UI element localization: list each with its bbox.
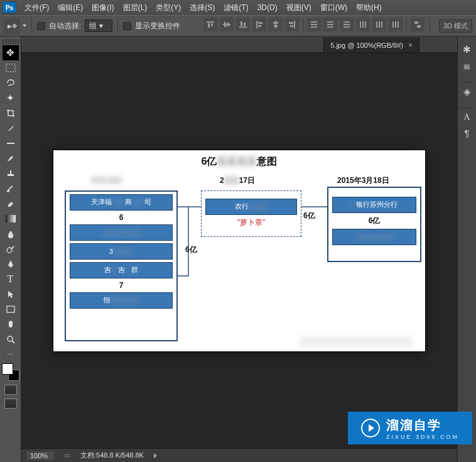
gradient-tool-icon[interactable] [3, 211, 19, 226]
distribute-top-icon[interactable] [307, 18, 321, 31]
distribute-bottom-icon[interactable] [340, 18, 354, 31]
menu-layer[interactable]: 图层(L) [119, 3, 152, 13]
quickmask-toggle-icon[interactable] [4, 385, 17, 395]
statusbar-flyout-icon[interactable] [154, 453, 157, 458]
move-tool-icon[interactable]: ✥ [3, 45, 19, 60]
menu-edit[interactable]: 编辑(E) [53, 3, 87, 13]
distribute-right-icon[interactable] [389, 18, 403, 31]
dodge-tool-icon[interactable] [3, 241, 19, 256]
edit-toolbar-icon[interactable]: ⋯ [3, 347, 19, 362]
svg-rect-13 [273, 22, 278, 24]
show-transform-checkbox[interactable] [123, 22, 131, 30]
mode-3d-button[interactable]: 3D 模式 [439, 19, 472, 33]
crop-tool-icon[interactable] [3, 106, 19, 121]
menu-view[interactable]: 视图(V) [282, 3, 316, 13]
svg-rect-19 [311, 24, 317, 25]
magic-wand-tool-icon[interactable]: ✦ [3, 91, 19, 106]
svg-rect-7 [241, 21, 242, 26]
menu-bar: Ps 文件(F) 编辑(E) 图像(I) 图层(L) 类型(Y) 选择(S) 滤… [0, 0, 476, 15]
svg-rect-9 [256, 21, 257, 28]
cube-3d-panel-icon[interactable]: ◈ [463, 86, 471, 97]
move-tool-preset-icon[interactable]: ▸✥ [4, 18, 20, 34]
svg-rect-20 [311, 26, 317, 28]
svg-rect-3 [223, 24, 230, 25]
play-icon [361, 419, 380, 437]
align-bottom-icon[interactable] [236, 18, 250, 31]
menu-file[interactable]: 文件(F) [20, 3, 53, 13]
rectangle-tool-icon[interactable] [3, 302, 19, 317]
auto-select-checkbox[interactable] [37, 22, 45, 30]
svg-point-47 [8, 336, 13, 341]
navigator-panel-icon[interactable]: ✱ [463, 44, 471, 55]
menu-help[interactable]: 帮助(H) [352, 3, 386, 13]
menu-type[interactable]: 类型(Y) [151, 3, 185, 13]
lasso-tool-icon[interactable] [3, 75, 19, 91]
workspace: 5.jpg @ 100%(RGB/8#) × 6亿某某某某意图 年月16日 2某… [21, 36, 457, 462]
svg-rect-0 [207, 21, 214, 23]
document-tab-title: 5.jpg @ 100%(RGB/8#) [330, 41, 403, 49]
align-right-icon[interactable] [285, 18, 299, 31]
svg-rect-14 [274, 25, 278, 27]
screenmode-toggle-icon[interactable] [4, 399, 17, 409]
marquee-tool-icon[interactable] [3, 60, 19, 75]
eraser-tool-icon[interactable] [3, 196, 19, 211]
menu-image[interactable]: 图像(I) [87, 3, 118, 13]
show-transform-label: 显示变换控件 [135, 21, 180, 31]
svg-rect-33 [392, 21, 394, 28]
align-left-icon[interactable] [252, 18, 266, 31]
zoom-level[interactable]: 100% [26, 451, 54, 460]
menu-3d[interactable]: 3D(D) [253, 3, 282, 12]
auto-align-icon[interactable] [411, 18, 425, 31]
svg-rect-27 [360, 21, 361, 28]
eyedropper-tool-icon[interactable] [3, 121, 19, 136]
foreground-color-swatch[interactable] [2, 363, 13, 375]
align-buttons [203, 18, 425, 34]
menu-filter[interactable]: 滤镜(T) [219, 3, 252, 13]
status-bar: 100% ▭ 文档:548.8 K/548.8K [21, 448, 457, 462]
amount-mid: 6亿 [303, 211, 315, 221]
pen-tool-icon[interactable] [3, 256, 19, 272]
amount-left: 6亿 [185, 245, 197, 255]
svg-rect-46 [7, 306, 14, 312]
character-panel-icon[interactable]: A [463, 112, 470, 123]
tool-preset-dropdown-icon[interactable] [23, 25, 26, 27]
path-selection-tool-icon[interactable] [3, 287, 19, 302]
svg-rect-1 [208, 23, 210, 28]
close-tab-icon[interactable]: × [408, 41, 413, 50]
align-vcenter-icon[interactable] [220, 18, 234, 31]
type-tool-icon[interactable]: T [3, 272, 19, 287]
svg-rect-24 [343, 21, 350, 23]
color-swatches[interactable] [2, 363, 19, 381]
distribute-left-icon[interactable] [356, 18, 370, 31]
statusbar-info-icon[interactable]: ▭ [64, 451, 70, 459]
svg-rect-5 [227, 23, 229, 26]
canvas-area[interactable]: 6亿某某某某意图 年月16日 2某某17日 2015年3月18日 天津福 XX … [21, 53, 457, 448]
document-tab-bar: 5.jpg @ 100%(RGB/8#) × [21, 36, 457, 53]
svg-rect-18 [311, 21, 317, 23]
svg-rect-45 [11, 246, 14, 250]
paragraph-panel-icon[interactable]: ¶ [464, 128, 469, 138]
distribute-hcenter-icon[interactable] [372, 18, 386, 31]
document-tab[interactable]: 5.jpg @ 100%(RGB/8#) × [323, 38, 419, 52]
distribute-vcenter-icon[interactable] [323, 18, 337, 31]
auto-select-dropdown[interactable]: 组 ▾ [85, 19, 112, 32]
svg-rect-31 [379, 21, 380, 28]
history-brush-tool-icon[interactable] [3, 181, 19, 196]
toolbox: ✥ ✦ T ⋯ [0, 36, 21, 462]
zoom-tool-icon[interactable] [3, 332, 19, 347]
histogram-panel-icon[interactable]: ≣ [463, 60, 471, 72]
clone-stamp-tool-icon[interactable] [3, 166, 19, 181]
svg-rect-6 [239, 26, 247, 28]
svg-rect-36 [414, 21, 418, 24]
menu-window[interactable]: 窗口(W) [316, 3, 352, 13]
healing-brush-tool-icon[interactable] [3, 136, 19, 151]
connectors [53, 150, 425, 351]
watermark-url: ZIXUE.3D66.COM [386, 434, 459, 440]
brush-tool-icon[interactable] [3, 151, 19, 166]
align-top-icon[interactable] [203, 18, 217, 31]
hand-tool-icon[interactable] [3, 317, 19, 332]
blur-tool-icon[interactable] [3, 226, 19, 241]
options-bar: ▸✥ 自动选择: 组 ▾ 显示变换控件 3D 模式 [0, 15, 476, 36]
menu-select[interactable]: 选择(S) [185, 3, 219, 13]
align-hcenter-icon[interactable] [269, 18, 283, 31]
